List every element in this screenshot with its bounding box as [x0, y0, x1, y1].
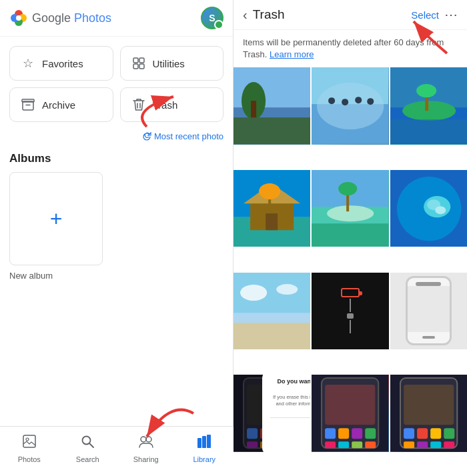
- svg-rect-96: [444, 442, 454, 449]
- photo-thumb-9: [390, 273, 467, 349]
- svg-rect-88: [404, 385, 454, 425]
- photo-cell-2[interactable]: [312, 67, 388, 144]
- bottom-nav: Photos Search Sharing: [0, 426, 234, 476]
- svg-rect-5: [133, 58, 138, 63]
- svg-rect-53: [312, 223, 388, 247]
- svg-rect-77: [325, 385, 375, 425]
- photo-thumb-6: [390, 170, 467, 247]
- dialog-title: Do you want to update your iCloud Backup…: [270, 378, 311, 391]
- svg-point-47: [259, 183, 280, 199]
- utilities-icon: [131, 56, 146, 71]
- search-nav-label: Search: [76, 455, 99, 463]
- svg-point-58: [435, 206, 446, 214]
- photo-cell-4[interactable]: [234, 170, 310, 247]
- avatar[interactable]: S: [201, 7, 223, 29]
- logo-text: Google Photos: [32, 11, 111, 25]
- nav-item-search[interactable]: Search: [67, 434, 107, 463]
- svg-rect-10: [22, 99, 34, 102]
- library-nav-label: Library: [193, 455, 215, 463]
- svg-rect-85: [366, 442, 376, 449]
- library-nav-icon: [197, 434, 211, 453]
- photo-cell-5[interactable]: [312, 170, 388, 247]
- photo-cell-6[interactable]: [390, 170, 467, 247]
- dialog-body: If you erase this iPhone and don't have …: [270, 394, 311, 413]
- logo-photos-text: Photos: [74, 11, 111, 25]
- right-panel: ‹ Trash Select ⋯ Items will be permanent…: [234, 0, 467, 476]
- svg-rect-81: [366, 429, 376, 439]
- trash-button[interactable]: Trash: [120, 87, 224, 122]
- svg-rect-40: [390, 120, 467, 145]
- svg-rect-90: [417, 429, 428, 439]
- erase-now-button[interactable]: Erase Now: [270, 430, 311, 439]
- svg-rect-21: [202, 436, 206, 448]
- nav-item-photos[interactable]: Photos: [9, 434, 49, 463]
- svg-point-30: [317, 83, 384, 129]
- photo-cell-11[interactable]: [312, 375, 388, 451]
- archive-button[interactable]: Archive: [9, 87, 113, 122]
- svg-rect-22: [207, 435, 211, 448]
- svg-rect-95: [430, 442, 441, 449]
- svg-point-37: [402, 101, 456, 121]
- more-button[interactable]: ⋯: [444, 7, 458, 23]
- svg-rect-84: [352, 442, 362, 449]
- photo-cell-7[interactable]: [234, 273, 310, 349]
- dialog-overlay: Do you want to update your iCloud Backup…: [234, 375, 310, 451]
- archive-icon: [21, 97, 35, 112]
- plus-icon: +: [50, 208, 63, 229]
- svg-point-19: [146, 437, 151, 442]
- photos-nav-label: Photos: [18, 455, 41, 463]
- nav-item-library[interactable]: Library: [184, 434, 224, 463]
- svg-rect-78: [325, 429, 336, 439]
- svg-point-18: [141, 437, 146, 442]
- photo-thumb-3: [390, 67, 467, 144]
- svg-rect-7: [133, 64, 138, 69]
- new-album-label: New album: [9, 271, 223, 281]
- logo-google: Google: [32, 11, 74, 25]
- photo-cell-1[interactable]: [234, 67, 310, 144]
- svg-rect-9: [23, 101, 33, 110]
- phone-mockup: [406, 276, 452, 345]
- cancel-button[interactable]: Cancel: [270, 439, 311, 448]
- svg-point-50: [327, 205, 374, 221]
- svg-rect-82: [325, 442, 336, 449]
- svg-point-52: [338, 182, 357, 195]
- svg-rect-83: [338, 442, 349, 449]
- learn-more-link[interactable]: Learn more: [270, 49, 314, 59]
- svg-rect-61: [234, 313, 310, 323]
- photo-cell-3[interactable]: [390, 67, 467, 144]
- svg-point-63: [240, 285, 267, 301]
- svg-line-17: [89, 443, 93, 447]
- select-button[interactable]: Select: [411, 9, 439, 21]
- favorites-label: Favorites: [42, 58, 83, 69]
- trash-label: Trash: [153, 99, 178, 111]
- most-recent-link[interactable]: Most recent photo: [0, 131, 233, 147]
- sharing-nav-icon: [138, 434, 154, 453]
- utilities-label: Utilities: [153, 58, 185, 69]
- photo-cell-12[interactable]: [390, 375, 467, 451]
- svg-rect-14: [23, 435, 35, 447]
- photos-nav-icon: [22, 434, 37, 453]
- header-right: ‹ Trash Select ⋯: [234, 0, 467, 30]
- photo-thumb-11: [312, 375, 388, 451]
- back-button[interactable]: ‹: [243, 7, 248, 23]
- dialog-box[interactable]: Do you want to update your iCloud Backup…: [262, 375, 311, 451]
- trash-title: Trash: [253, 7, 406, 22]
- nav-item-sharing[interactable]: Sharing: [126, 434, 166, 463]
- photo-cell-9[interactable]: [390, 273, 467, 349]
- svg-point-33: [356, 97, 362, 104]
- albums-title: Albums: [9, 152, 223, 165]
- header-left: Google Photos S: [0, 0, 233, 37]
- backup-then-erase-button[interactable]: Backup Then Erase: [270, 421, 311, 430]
- trash-info: Items will be permanently deleted after …: [234, 30, 467, 67]
- photo-cell-8[interactable]: [312, 273, 388, 349]
- svg-point-39: [416, 84, 436, 97]
- photo-cell-10[interactable]: Do you want to update your iCloud Backup…: [234, 375, 310, 451]
- photo-thumb-12: [390, 375, 467, 451]
- new-album-card[interactable]: +: [9, 172, 103, 265]
- utilities-button[interactable]: Utilities: [120, 46, 224, 81]
- svg-rect-91: [430, 429, 441, 439]
- favorites-button[interactable]: ☆ Favorites: [9, 46, 113, 81]
- svg-point-15: [26, 438, 29, 441]
- svg-rect-8: [139, 64, 144, 69]
- svg-rect-94: [417, 442, 428, 449]
